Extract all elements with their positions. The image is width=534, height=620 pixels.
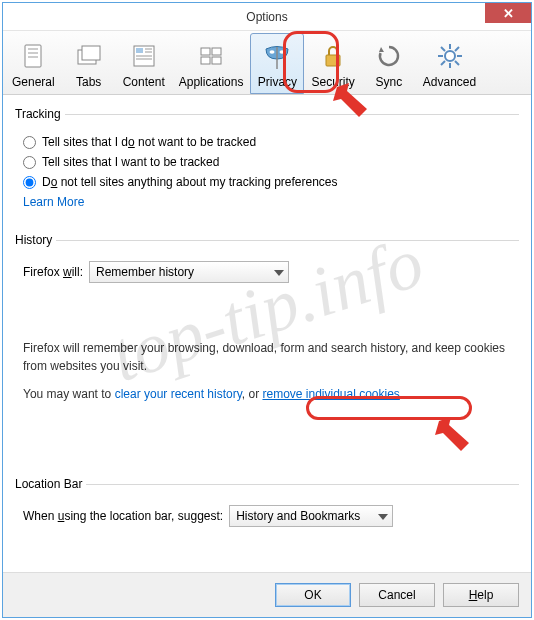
remove-individual-cookies-link[interactable]: remove individual cookies [262,387,399,401]
history-mode-select[interactable]: Remember history [89,261,289,283]
tabstrip: General Tabs Content Applications Privac… [3,31,531,95]
close-icon: ✕ [503,7,514,20]
tracking-group: Tracking Tell sites that I do not want t… [15,107,519,219]
tab-security-label: Security [311,75,354,89]
tab-general-label: General [12,75,55,89]
help-button[interactable]: Help [443,583,519,607]
svg-marker-31 [378,514,388,520]
tab-advanced[interactable]: Advanced [416,33,483,94]
ok-button[interactable]: OK [275,583,351,607]
location-suggest-select[interactable]: History and Bookmarks [229,505,393,527]
tracking-opt1-text: Tell sites that I do not want to be trac… [42,135,256,149]
tab-content-label: Content [123,75,165,89]
tab-applications-label: Applications [179,75,244,89]
svg-marker-20 [379,47,384,52]
svg-rect-12 [201,48,210,55]
svg-rect-19 [326,55,340,66]
chevron-down-icon [378,509,388,523]
tab-sync-label: Sync [375,75,402,89]
svg-rect-1 [28,48,38,50]
svg-line-27 [455,61,459,65]
clear-recent-history-link[interactable]: clear your recent history [115,387,242,401]
history-mode-value: Remember history [96,265,194,279]
tab-privacy-label: Privacy [258,75,297,89]
cancel-button[interactable]: Cancel [359,583,435,607]
tracking-radio-1[interactable] [23,136,36,149]
svg-point-16 [270,50,275,54]
sync-icon [373,40,405,72]
tab-applications[interactable]: Applications [172,33,251,94]
content-icon [128,40,160,72]
tab-tabs[interactable]: Tabs [62,33,116,94]
close-button[interactable]: ✕ [485,3,531,23]
history-will-label: Firefox will: [23,265,83,279]
svg-rect-13 [212,48,221,55]
history-group: History Firefox will: Remember history F… [15,233,519,463]
svg-rect-2 [28,52,38,54]
svg-rect-7 [136,48,143,53]
tracking-legend: Tracking [15,107,65,121]
svg-rect-8 [145,48,152,50]
location-legend: Location Bar [15,477,86,491]
svg-point-17 [280,50,285,54]
tabs-icon [73,40,105,72]
svg-rect-14 [201,57,210,64]
tab-privacy[interactable]: Privacy [250,33,304,94]
tracking-opt-do-not-track[interactable]: Tell sites that I do not want to be trac… [23,135,517,149]
location-suggest-value: History and Bookmarks [236,509,360,523]
svg-line-26 [441,47,445,51]
tracking-opt-want-tracked[interactable]: Tell sites that I want to be tracked [23,155,517,169]
tracking-opt2-text: Tell sites that I want to be tracked [42,155,219,169]
privacy-mask-icon [261,40,293,72]
svg-rect-5 [82,46,100,60]
chevron-down-icon [274,265,284,279]
content-area: Tracking Tell sites that I do not want t… [3,95,531,572]
svg-rect-3 [28,56,38,58]
tab-advanced-label: Advanced [423,75,476,89]
tab-content[interactable]: Content [116,33,172,94]
location-bar-group: Location Bar When using the location bar… [15,477,519,537]
location-suggest-label: When using the location bar, suggest: [23,509,223,523]
general-icon [17,40,49,72]
svg-rect-11 [136,58,152,60]
tracking-opt-no-pref[interactable]: Do not tell sites anything about my trac… [23,175,517,189]
dialog-button-row: OK Cancel Help [3,572,531,617]
svg-rect-10 [136,55,152,57]
tab-sync[interactable]: Sync [362,33,416,94]
svg-line-29 [441,61,445,65]
applications-icon [195,40,227,72]
history-links-para: You may want to clear your recent histor… [23,385,511,403]
tab-general[interactable]: General [5,33,62,94]
history-description: Firefox will remember your browsing, dow… [23,339,511,375]
tracking-radio-2[interactable] [23,156,36,169]
tab-security[interactable]: Security [304,33,361,94]
tracking-learn-more-link[interactable]: Learn More [23,195,84,209]
advanced-gear-icon [434,40,466,72]
options-window: Options ✕ General Tabs Content [2,2,532,618]
svg-point-21 [445,51,455,61]
titlebar: Options ✕ [3,3,531,31]
security-lock-icon [317,40,349,72]
svg-rect-15 [212,57,221,64]
tracking-radio-3[interactable] [23,176,36,189]
tab-tabs-label: Tabs [76,75,101,89]
window-title: Options [246,10,287,24]
svg-marker-30 [274,270,284,276]
svg-rect-9 [145,51,152,53]
svg-line-28 [455,47,459,51]
history-legend: History [15,233,56,247]
tracking-opt3-text: Do not tell sites anything about my trac… [42,175,338,189]
